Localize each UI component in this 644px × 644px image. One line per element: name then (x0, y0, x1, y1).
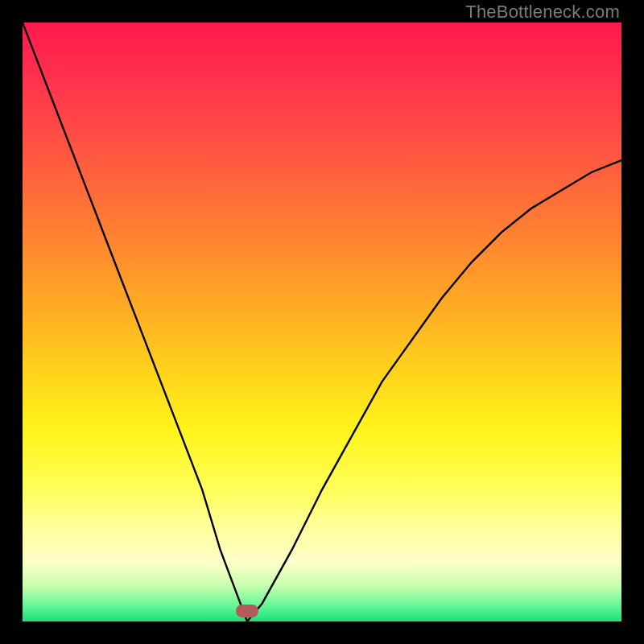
bottleneck-curve-path (23, 23, 621, 621)
watermark-text: TheBottleneck.com (465, 2, 620, 23)
chart-frame: TheBottleneck.com (0, 0, 644, 644)
optimal-marker (236, 605, 258, 617)
bottleneck-curve (23, 23, 621, 621)
plot-area (23, 23, 621, 621)
